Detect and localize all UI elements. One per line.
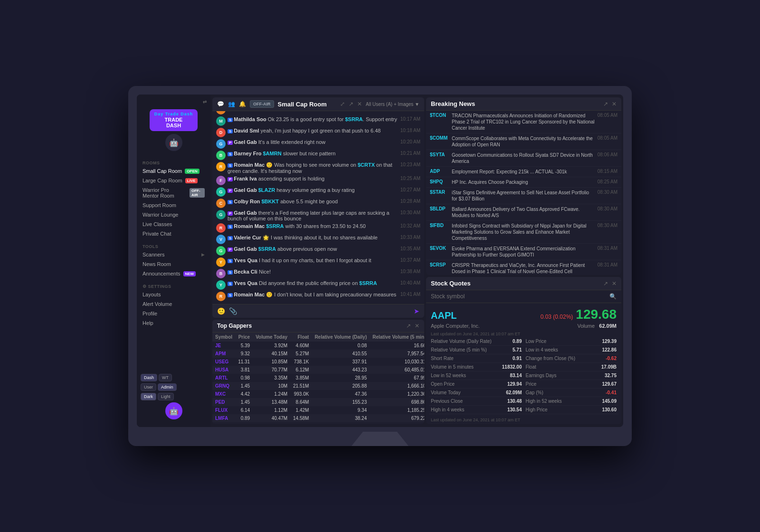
msg-author: SBecka Cli [228, 269, 259, 275]
emoji-icon[interactable]: 🙂 [217, 307, 225, 315]
table-cell: 0.89 [235, 414, 253, 422]
quote-stat-row: Open Price 129.94 [429, 380, 524, 389]
role-badge: P [228, 141, 233, 145]
news-item[interactable]: $COMM CommScope Collaborates with Meta C… [426, 133, 621, 150]
message-row: V PVal Sus $BKKT is moving 10:15 AM [212, 111, 424, 115]
table-row[interactable]: PED1.4513.48M8.64M155.23698.8640.1619.16… [212, 398, 424, 406]
sidebar-item-help[interactable]: Help [137, 318, 210, 328]
admin-button[interactable]: Admin [158, 383, 177, 391]
sidebar-bottom: Dash WT User Admin Dark Light 🤖 [137, 370, 210, 423]
news-text: Evoke Pharma and EVERSANA Extend Commerc… [452, 246, 595, 258]
sidebar-item-private-chat[interactable]: Private Chat [137, 229, 210, 238]
gappers-panel: Top Gappers ↗ ✕ Symbol Price Volume Toda… [212, 320, 424, 424]
news-item[interactable]: $BLDP Ballard Announces Delivery of Two … [426, 204, 621, 221]
news-item[interactable]: $TCON TRACON Pharmaceuticals Announces I… [426, 111, 621, 133]
send-button[interactable]: ➤ [414, 307, 419, 315]
chat-popout-icon[interactable]: ↗ [349, 101, 353, 107]
table-cell: GRNQ [212, 382, 235, 390]
sidebar-item-large-cap[interactable]: Large Cap Room LIVE [137, 176, 210, 185]
sidebar-item-warrior-pro[interactable]: Warrior Pro Mentor Room OFF-AIR [137, 185, 210, 200]
message-row: F PFrank Iva ascending support is holdin… [212, 175, 424, 186]
table-row[interactable]: WWR2.2618.91M8.28M9.12455.2231.4714.71WW… [212, 422, 424, 424]
news-item[interactable]: $IFBD Infobird Signs Contract with Subsi… [426, 221, 621, 244]
gappers-tbody: JE5.393.92M4.60M0.0816.662456.71752.68JE… [212, 342, 424, 424]
sidebar-item-live-classes[interactable]: Live Classes [137, 219, 210, 229]
table-row[interactable]: ARTL0.983.35M3.85M28.9567.9949.3922.52AR… [212, 374, 424, 382]
chat-icon-bell[interactable]: 🔔 [239, 101, 246, 107]
attach-icon[interactable]: 📎 [229, 307, 237, 315]
main-area: 💬 👥 🔔 OFF-AIR Small Cap Room ⤢ ↗ ✕ All U… [210, 95, 426, 427]
light-button[interactable]: Light [158, 393, 174, 400]
table-row[interactable]: JE5.393.92M4.60M0.0816.662456.71752.68JE [212, 342, 424, 350]
dark-button[interactable]: Dark [141, 393, 156, 400]
sidebar-item-announcements[interactable]: Announcements NEW [137, 269, 210, 278]
stat-value: 145.09 [602, 399, 617, 404]
avatar: R [216, 292, 226, 301]
msg-time: 10:23 AM [400, 162, 420, 167]
news-item[interactable]: $STAR iStar Signs Definitive Agreement t… [426, 188, 621, 204]
chat-input[interactable] [241, 308, 410, 314]
stock-symbol-input[interactable] [431, 293, 609, 300]
sidebar-item-warrior-lounge[interactable]: Warrior Lounge [137, 210, 210, 219]
stat-label: Volume Today [431, 390, 461, 395]
news-item[interactable]: $EVOK Evoke Pharma and EVERSANA Extend C… [426, 244, 621, 260]
stat-label: Change from Close (%) [526, 356, 575, 361]
quotes-close-icon[interactable]: ✕ [612, 280, 617, 287]
role-badge: S [228, 152, 233, 156]
avatar: G [216, 187, 226, 197]
table-cell: ARTL [212, 374, 235, 382]
table-cell: 337.91 [312, 358, 370, 366]
chat-icon-users[interactable]: 👥 [228, 101, 235, 107]
msg-time: 10:33 AM [400, 235, 420, 240]
stat-value: 5.71 [513, 347, 522, 352]
stat-value: 130.60 [602, 407, 617, 412]
col-symbol: Symbol [212, 332, 235, 342]
dash-button[interactable]: Dash [141, 374, 157, 381]
table-cell: 9.32 [235, 350, 253, 358]
chat-expand-icon[interactable]: ⤢ [340, 101, 345, 107]
news-item[interactable]: $HPQ HP Inc. Acquires Choose Packaging 0… [426, 177, 621, 188]
sidebar-item-layouts[interactable]: Layouts [137, 290, 210, 299]
sidebar-item-alert-volume[interactable]: Alert Volume [137, 299, 210, 309]
table-row[interactable]: USEG11.3110.85M738.1K337.9110,030.31293.… [212, 358, 424, 366]
table-row[interactable]: HUSA3.8170.77M6.12M443.2360,485.01163.78… [212, 366, 424, 374]
news-item[interactable]: ADP Employment Report: Expecting 215k ..… [426, 167, 621, 177]
wt-button[interactable]: WT [159, 374, 172, 381]
stat-label: High in 52 weeks [526, 399, 562, 404]
table-cell: 14.58M [290, 414, 312, 422]
sidebar-item-scanners[interactable]: Scanners ▶ [137, 250, 210, 259]
table-row[interactable]: LMFA0.8940.47M14.58M38.24679.2235.5816.4… [212, 414, 424, 422]
stock-quotes-panel: Stock Quotes ↗ ✕ 🔍 AAPL 0.03 (0.02%) [426, 277, 621, 424]
search-icon[interactable]: 🔍 [609, 293, 617, 300]
table-row[interactable]: MXC4.421.24M993.0K47.361,220.3642.056.51… [212, 390, 424, 398]
news-close-icon[interactable]: ✕ [612, 101, 617, 107]
quote-stat-row: Relative Volume (5 min %) 5.71 [429, 346, 524, 354]
sidebar-item-support[interactable]: Support Room [137, 200, 210, 210]
sidebar-item-news-room[interactable]: News Room [137, 259, 210, 269]
news-item[interactable]: $SYTA Goosetown Communications to Rollou… [426, 150, 621, 167]
table-cell: 738.1K [290, 358, 312, 366]
chat-icon-msg[interactable]: 💬 [217, 101, 224, 107]
table-row[interactable]: APM9.3240.15M5.27M410.557,957.54573.7766… [212, 350, 424, 358]
stat-label: Low Price [526, 339, 547, 344]
stat-value: 62.09M [506, 390, 522, 395]
quotes-popout-icon[interactable]: ↗ [603, 280, 608, 287]
msg-text: $AMRN slower but nice pattern [263, 151, 335, 156]
table-close-icon[interactable]: ✕ [415, 323, 419, 329]
sidebar-item-small-cap[interactable]: Small Cap Room OPEN [137, 166, 210, 176]
avatar: G [216, 210, 226, 219]
news-ticker: $STAR [430, 190, 449, 195]
news-popout-icon[interactable]: ↗ [603, 101, 608, 107]
user-button[interactable]: User [141, 383, 156, 391]
news-item[interactable]: $CRSP CRISPR Therapeutics and ViaCyte, I… [426, 260, 621, 275]
table-row[interactable]: GRNQ1.4510M21.51M205.881,666.1045.142.16… [212, 382, 424, 390]
chat-filter[interactable]: All Users (A) + Images ▼ [366, 102, 419, 107]
chat-close-icon[interactable]: ✕ [357, 101, 362, 107]
table-cell: 1.24M [253, 390, 290, 398]
sidebar-item-profile[interactable]: Profile [137, 309, 210, 318]
dash-buttons-row: Dash WT [141, 374, 207, 381]
table-row[interactable]: FLUX6.141.12M1.42M9.341,185.2537.7813.78… [212, 406, 424, 414]
table-popout-icon[interactable]: ↗ [406, 323, 411, 329]
swap-icon[interactable]: ⇄ [137, 98, 210, 105]
msg-content: PGael Gab there's a Fed meeting later pl… [228, 210, 399, 221]
